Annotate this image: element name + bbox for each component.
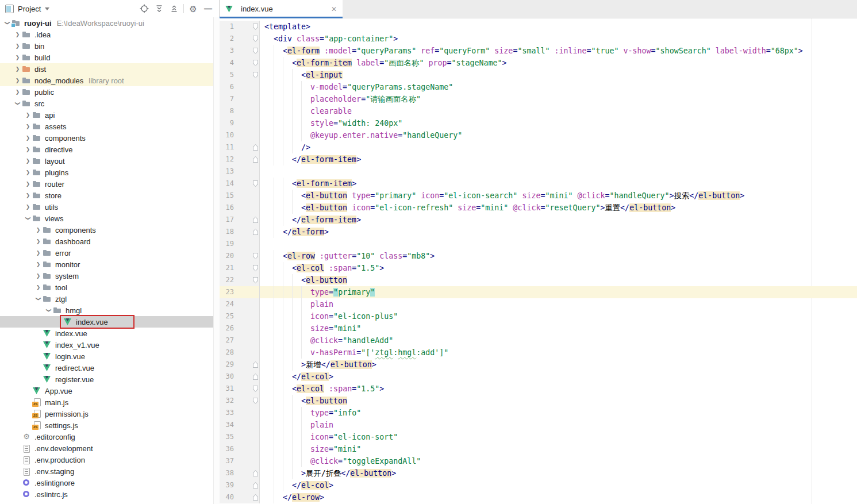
tree-row[interactable]: ❯router xyxy=(0,178,213,190)
chevron-collapsed-icon[interactable]: ❯ xyxy=(14,89,21,95)
tree-row[interactable]: ❯assets xyxy=(0,121,213,132)
chevron-collapsed-icon[interactable]: ❯ xyxy=(34,238,42,244)
code-line[interactable]: 17 </el-form-item> xyxy=(220,214,857,226)
chevron-collapsed-icon[interactable]: ❯ xyxy=(14,66,21,72)
fold-start-icon[interactable] xyxy=(253,48,258,54)
code-line[interactable]: 2 <div class="app-container"> xyxy=(220,33,857,45)
code-line[interactable]: 32 <el-button xyxy=(220,395,857,407)
fold-start-icon[interactable] xyxy=(253,253,258,259)
code-line[interactable]: 21 <el-col :span="1.5"> xyxy=(220,262,857,274)
chevron-collapsed-icon[interactable]: ❯ xyxy=(24,193,32,198)
chevron-expanded-icon[interactable]: ❯ xyxy=(46,307,52,314)
tab-index-vue[interactable]: index.vue ✕ xyxy=(220,0,343,18)
tree-row[interactable]: ❯src xyxy=(0,98,213,109)
tree-scrollbar[interactable] xyxy=(213,17,220,504)
code-line[interactable]: 11 /> xyxy=(220,141,857,153)
fold-start-icon[interactable] xyxy=(253,277,258,283)
code-line[interactable]: 18 </el-form> xyxy=(220,226,857,238)
project-view-selector[interactable]: Project xyxy=(18,5,41,13)
fold-start-icon[interactable] xyxy=(253,265,258,271)
chevron-expanded-icon[interactable]: ❯ xyxy=(25,215,31,222)
expand-all-button[interactable] xyxy=(152,2,167,15)
code-editor[interactable]: 1<template>2 <div class="app-container">… xyxy=(220,18,857,504)
chevron-collapsed-icon[interactable]: ❯ xyxy=(24,158,32,164)
chevron-down-icon[interactable] xyxy=(45,7,49,10)
code-line[interactable]: 9 style="width: 240px" xyxy=(220,117,857,129)
code-line[interactable]: 19 xyxy=(220,238,857,250)
tree-row[interactable]: ❯.idea xyxy=(0,29,213,40)
fold-end-icon[interactable] xyxy=(253,144,258,151)
chevron-collapsed-icon[interactable]: ❯ xyxy=(24,124,32,129)
code-line[interactable]: 38 >展开/折叠</el-button> xyxy=(220,467,857,479)
chevron-collapsed-icon[interactable]: ❯ xyxy=(34,284,42,290)
hide-panel-button[interactable]: — xyxy=(201,2,216,15)
code-line[interactable]: 7 placeholder="请输画面名称" xyxy=(220,93,857,105)
chevron-collapsed-icon[interactable]: ❯ xyxy=(34,227,42,233)
code-line[interactable]: 36 size="mini" xyxy=(220,443,857,455)
tree-row[interactable]: ❯.env.staging xyxy=(0,465,213,477)
tree-row[interactable]: ❯App.vue xyxy=(0,385,213,397)
fold-start-icon[interactable] xyxy=(253,72,258,78)
tree-row[interactable]: ❯.env.production xyxy=(0,454,213,465)
tree-row[interactable]: ❯index_v1.vue xyxy=(0,339,213,351)
fold-end-icon[interactable] xyxy=(253,482,258,488)
tree-row[interactable]: ❯settings.js xyxy=(0,420,213,431)
fold-start-icon[interactable] xyxy=(253,24,258,30)
code-line[interactable]: 3 <el-form :model="queryParams" ref="que… xyxy=(220,45,857,57)
tree-row[interactable]: ❯permission.js xyxy=(0,408,213,420)
tree-row[interactable]: ❯build xyxy=(0,52,213,63)
code-line[interactable]: 13 xyxy=(220,166,857,178)
code-line[interactable]: 40 </el-row> xyxy=(220,491,857,503)
tree-row[interactable]: ❯utils xyxy=(0,201,213,213)
tree-row[interactable]: ❯ruoyi-uiE:\IdeaWorkspace\ruoyi-ui xyxy=(0,17,213,29)
code-line[interactable]: 12 </el-form-item> xyxy=(220,153,857,166)
code-line[interactable]: 1<template> xyxy=(220,21,857,33)
tree-row[interactable]: ❯.editorconfig xyxy=(0,431,213,443)
code-line[interactable]: 33 type="info" xyxy=(220,407,857,419)
chevron-collapsed-icon[interactable]: ❯ xyxy=(34,261,42,267)
chevron-collapsed-icon[interactable]: ❯ xyxy=(24,170,32,175)
code-line[interactable]: 10 @keyup.enter.native="handleQuery" xyxy=(220,129,857,141)
chevron-collapsed-icon[interactable]: ❯ xyxy=(34,250,42,256)
code-line[interactable]: 14 <el-form-item> xyxy=(220,178,857,190)
code-line[interactable]: 23 type="primary" xyxy=(220,286,857,298)
code-line[interactable]: 6 v-model="queryParams.stageName" xyxy=(220,81,857,93)
tree-row[interactable]: ❯store xyxy=(0,190,213,201)
chevron-collapsed-icon[interactable]: ❯ xyxy=(34,273,42,279)
tree-row[interactable]: ❯dist xyxy=(0,63,213,75)
locate-button[interactable] xyxy=(137,2,152,15)
chevron-collapsed-icon[interactable]: ❯ xyxy=(24,135,32,141)
tree-row[interactable]: ❯error xyxy=(0,247,213,259)
code-line[interactable]: 24 plain xyxy=(220,298,857,310)
code-line[interactable]: 28 v-hasPermi="['ztgl:hmgl:add']" xyxy=(220,347,857,359)
tree-row[interactable]: ❯components xyxy=(0,224,213,236)
fold-end-icon[interactable] xyxy=(253,470,258,476)
tree-row[interactable]: ❯public xyxy=(0,86,213,98)
tree-row[interactable]: ❯register.vue xyxy=(0,374,213,385)
tree-row[interactable]: ❯dashboard xyxy=(0,236,213,247)
code-line[interactable]: 37 @click="toggleExpandAll" xyxy=(220,455,857,467)
tree-row[interactable]: ❯monitor xyxy=(0,259,213,270)
chevron-expanded-icon[interactable]: ❯ xyxy=(36,295,41,303)
chevron-collapsed-icon[interactable]: ❯ xyxy=(14,78,21,83)
chevron-collapsed-icon[interactable]: ❯ xyxy=(24,147,32,152)
tree-row[interactable]: ❯bin xyxy=(0,40,213,52)
tree-row[interactable]: ❯index.vue xyxy=(0,316,213,328)
code-line[interactable]: 25 icon="el-icon-plus" xyxy=(220,310,857,322)
code-line[interactable]: 34 plain xyxy=(220,419,857,431)
chevron-collapsed-icon[interactable]: ❯ xyxy=(24,204,32,210)
tree-row[interactable]: ❯components xyxy=(0,132,213,144)
code-line[interactable]: 15 <el-button type="primary" icon="el-ic… xyxy=(220,190,857,202)
tree-row[interactable]: ❯.eslintignore xyxy=(0,477,213,488)
code-line[interactable]: 4 <el-form-item label="画面名称" prop="stage… xyxy=(220,57,857,69)
chevron-expanded-icon[interactable]: ❯ xyxy=(5,20,10,27)
tree-row[interactable]: ❯node_moduleslibrary root xyxy=(0,75,213,86)
fold-start-icon[interactable] xyxy=(253,180,258,187)
tree-row[interactable]: ❯plugins xyxy=(0,167,213,178)
code-line[interactable]: 27 @click="handleAdd" xyxy=(220,334,857,347)
collapse-all-button[interactable] xyxy=(167,2,182,15)
tree-row[interactable]: ❯hmgl xyxy=(0,305,213,316)
fold-end-icon[interactable] xyxy=(253,374,258,380)
settings-button[interactable]: ⚙ xyxy=(186,2,201,15)
chevron-collapsed-icon[interactable]: ❯ xyxy=(14,55,21,60)
